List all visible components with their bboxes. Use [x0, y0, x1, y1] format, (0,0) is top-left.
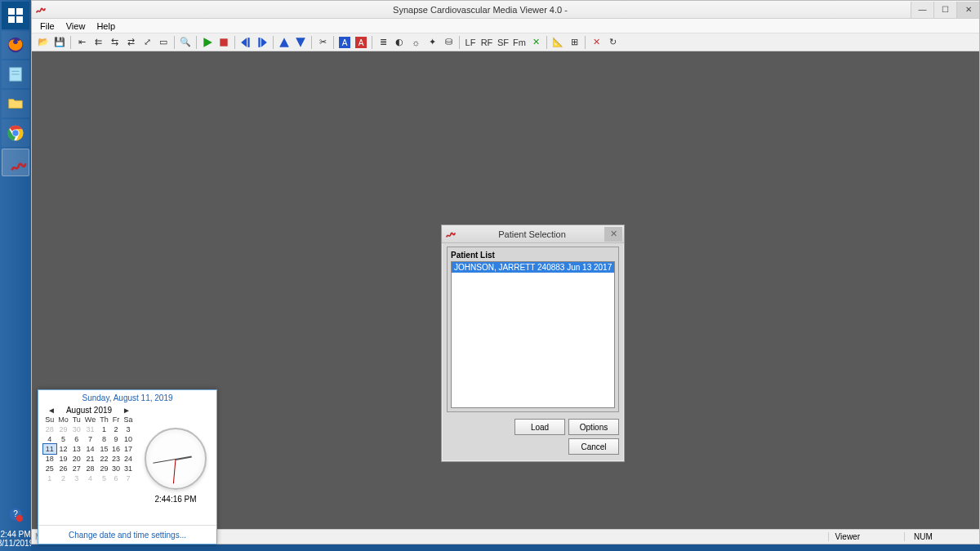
label-lf-button[interactable]: LF	[462, 35, 479, 50]
calendar-day[interactable]: 5	[98, 473, 110, 483]
label-rf-button[interactable]: RF	[479, 35, 495, 50]
calendar-day[interactable]: 31	[122, 464, 135, 473]
calendar-day[interactable]: 28	[82, 464, 98, 473]
calibrate-button[interactable]: ⊞	[566, 35, 582, 50]
patient-row[interactable]: JOHNSON, JARRETT 240883 Jun 13 2017 16:5…	[452, 262, 614, 273]
label-sf-button[interactable]: SF	[495, 35, 511, 50]
taskbar-app-firefox[interactable]	[2, 31, 29, 59]
tray-action-center[interactable]: ?	[3, 502, 28, 527]
calendar-day[interactable]: 18	[43, 454, 56, 464]
nav-prev-button[interactable]: ⇆	[106, 35, 122, 50]
calendar-day[interactable]: 30	[71, 424, 82, 434]
calendar-day[interactable]: 6	[110, 473, 122, 483]
calendar-month-label[interactable]: August 2019	[66, 406, 112, 415]
taskbar-app-synapse[interactable]	[2, 149, 29, 176]
brightness-button[interactable]: ☼	[408, 35, 424, 50]
lines-button[interactable]: ≣	[375, 35, 391, 50]
fit-button[interactable]: ▭	[155, 35, 172, 50]
calendar-day[interactable]: 14	[82, 444, 98, 454]
levels-button[interactable]: ⛁	[440, 35, 457, 50]
cancel-button[interactable]: Cancel	[568, 438, 619, 455]
calendar-day[interactable]: 9	[110, 434, 122, 444]
calendar-day[interactable]: 24	[122, 454, 135, 464]
stop-button[interactable]	[216, 35, 232, 50]
refresh-button[interactable]: ↻	[604, 35, 621, 50]
nav-expand-button[interactable]: ⤢	[139, 35, 155, 50]
calendar-day[interactable]: 1	[98, 424, 110, 434]
start-button[interactable]	[2, 2, 29, 29]
annotate-b-button[interactable]: A	[353, 35, 369, 50]
patient-listbox[interactable]: JOHNSON, JARRETT 240883 Jun 13 2017 16:5…	[451, 261, 615, 408]
annotate-a-button[interactable]: A	[336, 35, 353, 50]
calendar-day[interactable]: 7	[82, 434, 98, 444]
calendar-day[interactable]: 5	[56, 434, 71, 444]
calendar-day[interactable]: 3	[71, 473, 82, 483]
calendar-prev-month[interactable]: ◄	[45, 406, 58, 415]
menu-view[interactable]: View	[61, 20, 91, 32]
calendar-day[interactable]: 12	[56, 444, 71, 454]
open-button[interactable]: 📂	[35, 35, 51, 50]
step-fwd-button[interactable]	[254, 35, 270, 50]
calendar-day[interactable]: 2	[56, 473, 71, 483]
calendar-day[interactable]: 20	[71, 454, 82, 464]
calendar-day[interactable]: 31	[82, 424, 98, 434]
zoom-out-button[interactable]: 🔍	[177, 35, 194, 50]
calendar-day[interactable]: 8	[98, 434, 110, 444]
calendar-day[interactable]: 3	[122, 424, 135, 434]
calendar-day[interactable]: 13	[71, 444, 82, 454]
window-titlebar[interactable]: Synapse Cardiovascular Media Viewer 4.0 …	[32, 1, 979, 19]
calendar-day[interactable]: 27	[71, 464, 82, 473]
calendar-day[interactable]: 11	[43, 444, 56, 454]
save-button[interactable]: 💾	[51, 35, 68, 50]
load-button[interactable]: Load	[514, 419, 565, 435]
options-button[interactable]: Options	[568, 419, 619, 435]
calendar-grid[interactable]: SuMoTuWeThFrSa28293031123456789101112131…	[43, 415, 135, 483]
calendar-day[interactable]: 16	[110, 444, 122, 454]
play-button[interactable]	[199, 35, 216, 50]
calendar-day[interactable]: 29	[56, 424, 71, 434]
contrast-button[interactable]: ◐	[391, 35, 408, 50]
dialog-titlebar[interactable]: Patient Selection ✕	[442, 225, 624, 243]
step-back-button[interactable]	[238, 35, 254, 50]
calendar-day[interactable]: 17	[122, 444, 135, 454]
nav-next-button[interactable]: ⇄	[122, 35, 139, 50]
marker-start-button[interactable]	[276, 35, 292, 50]
calendar-day[interactable]: 1	[43, 473, 56, 483]
taskbar-app-notes[interactable]	[2, 60, 29, 88]
marker-end-button[interactable]	[292, 35, 309, 50]
calendar-day[interactable]: 10	[122, 434, 135, 444]
calendar-day[interactable]: 19	[56, 454, 71, 464]
delete-marker-button[interactable]: ✕	[528, 35, 544, 50]
calendar-day[interactable]: 26	[56, 464, 71, 473]
close-button[interactable]: ✕	[588, 35, 604, 50]
calendar-day[interactable]: 15	[98, 444, 110, 454]
calendar-day[interactable]: 22	[98, 454, 110, 464]
change-datetime-link[interactable]: Change date and time settings...	[69, 531, 186, 540]
calendar-day[interactable]: 4	[82, 473, 98, 483]
close-button[interactable]: ✕	[956, 2, 979, 18]
menu-help[interactable]: Help	[91, 20, 120, 32]
taskbar-app-explorer[interactable]	[2, 90, 29, 118]
cut-button[interactable]: ✂	[314, 35, 331, 50]
calendar-day[interactable]: 30	[110, 464, 122, 473]
nav-first-button[interactable]: ⇤	[74, 35, 90, 50]
calendar-next-month[interactable]: ►	[120, 406, 133, 415]
calendar-day[interactable]: 4	[43, 434, 56, 444]
taskbar-clock[interactable]: 2:44 PM 8/11/2019	[0, 528, 33, 549]
calendar-day[interactable]: 21	[82, 454, 98, 464]
minimize-button[interactable]: —	[911, 2, 933, 18]
label-fm-button[interactable]: Fm	[511, 35, 528, 50]
menu-file[interactable]: File	[35, 20, 60, 32]
calendar-day[interactable]: 29	[98, 464, 110, 473]
measure-button[interactable]: 📐	[550, 35, 566, 50]
taskbar-app-chrome[interactable]	[2, 119, 29, 147]
calendar-day[interactable]: 28	[43, 424, 56, 434]
maximize-button[interactable]: ☐	[933, 2, 956, 18]
sharpen-button[interactable]: ✦	[424, 35, 440, 50]
calendar-day[interactable]: 7	[122, 473, 135, 483]
nav-prev-set-button[interactable]: ⇇	[90, 35, 106, 50]
calendar-day[interactable]: 6	[71, 434, 82, 444]
calendar-day[interactable]: 25	[43, 464, 56, 473]
calendar-day[interactable]: 2	[110, 424, 122, 434]
dialog-close-button[interactable]: ✕	[604, 227, 622, 242]
